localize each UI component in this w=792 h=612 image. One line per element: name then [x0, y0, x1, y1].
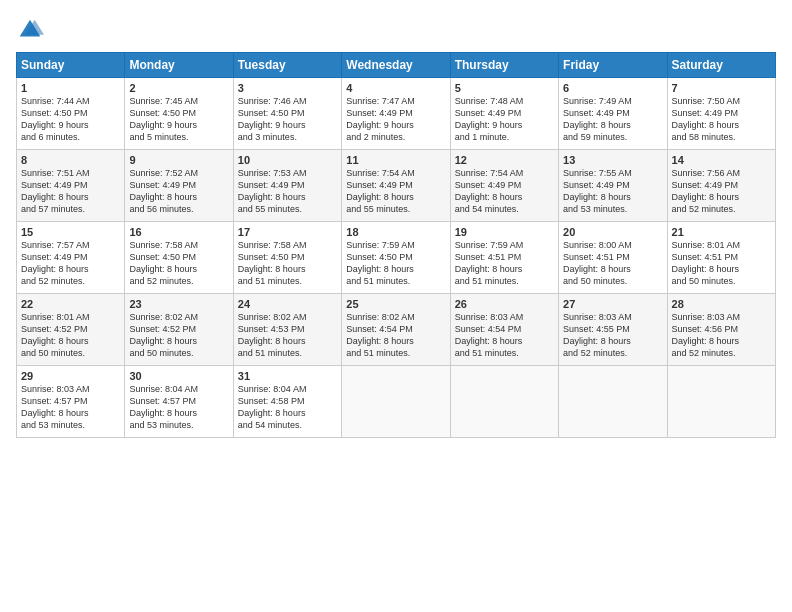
- calendar-cell: 1Sunrise: 7:44 AMSunset: 4:50 PMDaylight…: [17, 78, 125, 150]
- day-number: 21: [672, 226, 771, 238]
- calendar-body: 1Sunrise: 7:44 AMSunset: 4:50 PMDaylight…: [17, 78, 776, 438]
- col-header-saturday: Saturday: [667, 53, 775, 78]
- day-number: 15: [21, 226, 120, 238]
- calendar-cell: 5Sunrise: 7:48 AMSunset: 4:49 PMDaylight…: [450, 78, 558, 150]
- calendar-cell: 31Sunrise: 8:04 AMSunset: 4:58 PMDayligh…: [233, 366, 341, 438]
- col-header-monday: Monday: [125, 53, 233, 78]
- logo-icon: [16, 16, 44, 44]
- day-number: 10: [238, 154, 337, 166]
- calendar-cell: 12Sunrise: 7:54 AMSunset: 4:49 PMDayligh…: [450, 150, 558, 222]
- day-info: Sunrise: 8:04 AMSunset: 4:58 PMDaylight:…: [238, 383, 337, 432]
- day-info: Sunrise: 8:04 AMSunset: 4:57 PMDaylight:…: [129, 383, 228, 432]
- calendar-cell: 9Sunrise: 7:52 AMSunset: 4:49 PMDaylight…: [125, 150, 233, 222]
- calendar-cell: [559, 366, 667, 438]
- day-info: Sunrise: 8:03 AMSunset: 4:54 PMDaylight:…: [455, 311, 554, 360]
- day-info: Sunrise: 7:53 AMSunset: 4:49 PMDaylight:…: [238, 167, 337, 216]
- calendar-cell: 28Sunrise: 8:03 AMSunset: 4:56 PMDayligh…: [667, 294, 775, 366]
- week-row-3: 15Sunrise: 7:57 AMSunset: 4:49 PMDayligh…: [17, 222, 776, 294]
- calendar-cell: 13Sunrise: 7:55 AMSunset: 4:49 PMDayligh…: [559, 150, 667, 222]
- day-info: Sunrise: 7:55 AMSunset: 4:49 PMDaylight:…: [563, 167, 662, 216]
- calendar-cell: 7Sunrise: 7:50 AMSunset: 4:49 PMDaylight…: [667, 78, 775, 150]
- day-info: Sunrise: 7:58 AMSunset: 4:50 PMDaylight:…: [238, 239, 337, 288]
- day-info: Sunrise: 8:03 AMSunset: 4:56 PMDaylight:…: [672, 311, 771, 360]
- page: SundayMondayTuesdayWednesdayThursdayFrid…: [0, 0, 792, 612]
- day-info: Sunrise: 8:02 AMSunset: 4:54 PMDaylight:…: [346, 311, 445, 360]
- day-number: 16: [129, 226, 228, 238]
- day-info: Sunrise: 8:01 AMSunset: 4:52 PMDaylight:…: [21, 311, 120, 360]
- calendar-cell: 10Sunrise: 7:53 AMSunset: 4:49 PMDayligh…: [233, 150, 341, 222]
- week-row-2: 8Sunrise: 7:51 AMSunset: 4:49 PMDaylight…: [17, 150, 776, 222]
- day-info: Sunrise: 7:58 AMSunset: 4:50 PMDaylight:…: [129, 239, 228, 288]
- calendar-cell: 23Sunrise: 8:02 AMSunset: 4:52 PMDayligh…: [125, 294, 233, 366]
- col-header-wednesday: Wednesday: [342, 53, 450, 78]
- calendar-cell: 19Sunrise: 7:59 AMSunset: 4:51 PMDayligh…: [450, 222, 558, 294]
- day-number: 28: [672, 298, 771, 310]
- day-info: Sunrise: 8:03 AMSunset: 4:55 PMDaylight:…: [563, 311, 662, 360]
- day-info: Sunrise: 8:02 AMSunset: 4:52 PMDaylight:…: [129, 311, 228, 360]
- day-number: 23: [129, 298, 228, 310]
- calendar-cell: 3Sunrise: 7:46 AMSunset: 4:50 PMDaylight…: [233, 78, 341, 150]
- calendar-cell: 8Sunrise: 7:51 AMSunset: 4:49 PMDaylight…: [17, 150, 125, 222]
- day-info: Sunrise: 7:57 AMSunset: 4:49 PMDaylight:…: [21, 239, 120, 288]
- calendar-cell: 30Sunrise: 8:04 AMSunset: 4:57 PMDayligh…: [125, 366, 233, 438]
- day-number: 27: [563, 298, 662, 310]
- day-info: Sunrise: 7:54 AMSunset: 4:49 PMDaylight:…: [455, 167, 554, 216]
- day-number: 3: [238, 82, 337, 94]
- day-number: 31: [238, 370, 337, 382]
- day-number: 19: [455, 226, 554, 238]
- week-row-1: 1Sunrise: 7:44 AMSunset: 4:50 PMDaylight…: [17, 78, 776, 150]
- day-number: 25: [346, 298, 445, 310]
- calendar-cell: 27Sunrise: 8:03 AMSunset: 4:55 PMDayligh…: [559, 294, 667, 366]
- day-number: 17: [238, 226, 337, 238]
- col-header-sunday: Sunday: [17, 53, 125, 78]
- calendar-cell: 6Sunrise: 7:49 AMSunset: 4:49 PMDaylight…: [559, 78, 667, 150]
- day-number: 1: [21, 82, 120, 94]
- day-info: Sunrise: 7:50 AMSunset: 4:49 PMDaylight:…: [672, 95, 771, 144]
- header: [16, 16, 776, 44]
- calendar-cell: 11Sunrise: 7:54 AMSunset: 4:49 PMDayligh…: [342, 150, 450, 222]
- day-info: Sunrise: 7:52 AMSunset: 4:49 PMDaylight:…: [129, 167, 228, 216]
- calendar-cell: 26Sunrise: 8:03 AMSunset: 4:54 PMDayligh…: [450, 294, 558, 366]
- week-row-4: 22Sunrise: 8:01 AMSunset: 4:52 PMDayligh…: [17, 294, 776, 366]
- calendar-cell: 25Sunrise: 8:02 AMSunset: 4:54 PMDayligh…: [342, 294, 450, 366]
- day-info: Sunrise: 7:47 AMSunset: 4:49 PMDaylight:…: [346, 95, 445, 144]
- day-number: 8: [21, 154, 120, 166]
- day-info: Sunrise: 8:01 AMSunset: 4:51 PMDaylight:…: [672, 239, 771, 288]
- calendar-cell: 29Sunrise: 8:03 AMSunset: 4:57 PMDayligh…: [17, 366, 125, 438]
- day-info: Sunrise: 8:03 AMSunset: 4:57 PMDaylight:…: [21, 383, 120, 432]
- calendar-cell: 17Sunrise: 7:58 AMSunset: 4:50 PMDayligh…: [233, 222, 341, 294]
- day-number: 18: [346, 226, 445, 238]
- day-number: 14: [672, 154, 771, 166]
- day-info: Sunrise: 7:51 AMSunset: 4:49 PMDaylight:…: [21, 167, 120, 216]
- col-header-thursday: Thursday: [450, 53, 558, 78]
- day-number: 22: [21, 298, 120, 310]
- day-info: Sunrise: 7:44 AMSunset: 4:50 PMDaylight:…: [21, 95, 120, 144]
- day-info: Sunrise: 8:02 AMSunset: 4:53 PMDaylight:…: [238, 311, 337, 360]
- day-number: 11: [346, 154, 445, 166]
- day-number: 9: [129, 154, 228, 166]
- calendar-cell: 15Sunrise: 7:57 AMSunset: 4:49 PMDayligh…: [17, 222, 125, 294]
- day-number: 26: [455, 298, 554, 310]
- day-number: 6: [563, 82, 662, 94]
- day-number: 29: [21, 370, 120, 382]
- day-number: 13: [563, 154, 662, 166]
- day-info: Sunrise: 7:46 AMSunset: 4:50 PMDaylight:…: [238, 95, 337, 144]
- calendar-cell: 14Sunrise: 7:56 AMSunset: 4:49 PMDayligh…: [667, 150, 775, 222]
- calendar-cell: 16Sunrise: 7:58 AMSunset: 4:50 PMDayligh…: [125, 222, 233, 294]
- day-info: Sunrise: 7:49 AMSunset: 4:49 PMDaylight:…: [563, 95, 662, 144]
- day-info: Sunrise: 7:48 AMSunset: 4:49 PMDaylight:…: [455, 95, 554, 144]
- day-number: 4: [346, 82, 445, 94]
- calendar-cell: 22Sunrise: 8:01 AMSunset: 4:52 PMDayligh…: [17, 294, 125, 366]
- calendar-cell: 18Sunrise: 7:59 AMSunset: 4:50 PMDayligh…: [342, 222, 450, 294]
- day-number: 7: [672, 82, 771, 94]
- day-info: Sunrise: 7:45 AMSunset: 4:50 PMDaylight:…: [129, 95, 228, 144]
- day-number: 12: [455, 154, 554, 166]
- day-info: Sunrise: 7:54 AMSunset: 4:49 PMDaylight:…: [346, 167, 445, 216]
- calendar-cell: 2Sunrise: 7:45 AMSunset: 4:50 PMDaylight…: [125, 78, 233, 150]
- day-number: 24: [238, 298, 337, 310]
- day-number: 5: [455, 82, 554, 94]
- day-info: Sunrise: 7:56 AMSunset: 4:49 PMDaylight:…: [672, 167, 771, 216]
- calendar-header-row: SundayMondayTuesdayWednesdayThursdayFrid…: [17, 53, 776, 78]
- day-info: Sunrise: 7:59 AMSunset: 4:50 PMDaylight:…: [346, 239, 445, 288]
- calendar-table: SundayMondayTuesdayWednesdayThursdayFrid…: [16, 52, 776, 438]
